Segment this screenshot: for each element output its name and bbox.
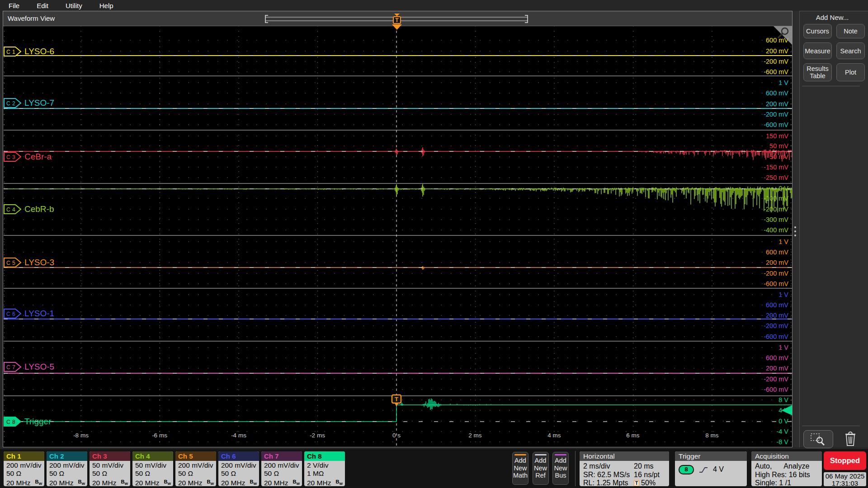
time-axis-label: -8 ms xyxy=(73,432,89,439)
trigger-panel-title: Trigger xyxy=(675,451,747,461)
horizontal-value: 16 ns/pt xyxy=(634,471,665,479)
channel-badge-ch3[interactable]: Ch 350 mV/div50 Ω20 MHzBW xyxy=(90,451,130,486)
waveform-view-tab[interactable]: Waveform View xyxy=(8,14,55,22)
channel-name-c6[interactable]: LYSO-1 xyxy=(24,309,54,318)
time-axis-label: 6 ms xyxy=(626,432,640,439)
trash-icon[interactable] xyxy=(843,431,858,447)
axis-label: 1 V xyxy=(778,291,788,298)
channel-bandwidth: 20 MHz xyxy=(221,479,245,486)
channel-badge-ch2[interactable]: Ch 2200 mV/div50 Ω20 MHzBW xyxy=(47,451,87,486)
trace-c3 xyxy=(4,147,792,162)
zoom-mode-button[interactable] xyxy=(803,430,833,448)
channel-badge-ch8[interactable]: Ch 82 V/div1 MΩ20 MHzBW xyxy=(304,451,345,486)
axis-label: -200 mV xyxy=(764,111,788,118)
channel-name-c2[interactable]: LYSO-7 xyxy=(24,98,54,108)
panel-splitter-handle[interactable] xyxy=(794,224,797,239)
acquisition-analyze: Analyze xyxy=(783,462,809,470)
axis-label: 600 mV xyxy=(766,354,788,361)
axis-label: 200 mV xyxy=(766,100,788,108)
axis-label: -250 mV xyxy=(764,174,788,181)
axis-label: -300 mV xyxy=(764,216,788,223)
channel-impedance: 50 Ω xyxy=(135,469,171,478)
channel-badge-title: Ch 8 xyxy=(304,451,345,461)
channel-scale: 200 mV/div xyxy=(49,461,85,469)
time-axis-label: -4 ms xyxy=(231,432,246,439)
channel-bandwidth: 20 MHz xyxy=(92,479,116,486)
waveform-plot[interactable]: 600 mV200 mV-200 mV-600 mVC 1LYSO-61 V60… xyxy=(4,26,792,446)
axis-label: 8 V xyxy=(778,396,788,404)
add-new-title: Add New... xyxy=(799,14,865,21)
axis-label: 200 mV xyxy=(766,259,788,266)
channel-badge-ch7[interactable]: Ch 7200 mV/div50 Ω20 MHzBW xyxy=(261,451,302,486)
acquisition-panel[interactable]: Acquisition Auto,Analyze High Res: 16 bi… xyxy=(751,451,822,486)
time-axis-label: 8 ms xyxy=(705,432,719,439)
channel-badge-ch5[interactable]: Ch 5200 mV/div50 Ω20 MHzBW xyxy=(175,451,216,486)
acquisition-panel-title: Acquisition xyxy=(751,451,822,461)
add-new-plot-button[interactable]: Plot xyxy=(836,63,865,81)
time-axis-label: 4 ms xyxy=(547,432,561,439)
channel-name-c5[interactable]: LYSO-3 xyxy=(24,258,54,267)
channel-badge-ch4[interactable]: Ch 450 mV/div50 Ω20 MHzBW xyxy=(132,451,173,486)
axis-label: -200 mV xyxy=(764,322,788,329)
axis-label: 150 mV xyxy=(766,132,788,140)
axis-label: 1 V xyxy=(778,238,788,245)
trigger-level-value: 4 V xyxy=(713,465,724,474)
channel-handle-label: C 8 xyxy=(6,419,15,425)
time-axis-label: 0 s xyxy=(392,432,401,439)
channel-bandwidth: 20 MHz xyxy=(135,479,159,486)
add-new-cursors-button[interactable]: Cursors xyxy=(803,24,832,38)
channel-badge-title: Ch 5 xyxy=(175,451,216,461)
channel-name-c7[interactable]: LYSO-5 xyxy=(24,362,54,371)
menu-file[interactable]: File xyxy=(0,2,28,9)
menu-help[interactable]: Help xyxy=(91,2,122,9)
axis-label: 600 mV xyxy=(766,89,788,97)
add-new-ref-button[interactable]: AddNewRef xyxy=(533,452,549,485)
axis-label: 600 mV xyxy=(766,301,788,309)
channel-bandwidth: 20 MHz xyxy=(264,479,288,486)
horizontal-panel[interactable]: Horizontal 2 ms/div20 msSR: 62.5 MS/s16 … xyxy=(580,451,669,486)
trace-c4 xyxy=(4,184,792,212)
channel-name-c4[interactable]: CebR-b xyxy=(24,204,54,214)
channel-name-c8[interactable]: Trigger xyxy=(24,417,52,426)
axis-label: 0 V xyxy=(778,418,788,425)
menu-utility[interactable]: Utility xyxy=(57,2,91,9)
add-new-bus-button[interactable]: AddNewBus xyxy=(552,452,569,485)
add-new-results-table-button[interactable]: Results Table xyxy=(803,63,832,81)
axis-label: -600 mV xyxy=(764,280,788,287)
axis-label: -150 mV xyxy=(764,164,788,171)
axis-label: 50 mV xyxy=(769,142,788,150)
time-axis-label: -6 ms xyxy=(152,432,167,439)
horizontal-value: RL: 1.25 Mpts xyxy=(583,479,634,486)
menu-edit[interactable]: Edit xyxy=(28,2,57,9)
add-new-buttons: CursorsNoteMeasureSearchResults TablePlo… xyxy=(803,24,861,81)
channel-handle-label: C 2 xyxy=(6,100,15,107)
accent-bar xyxy=(535,454,547,455)
run-stop-status-button[interactable]: Stopped xyxy=(824,451,866,470)
time-value: 17:31:03 xyxy=(824,480,866,487)
axis-label: 600 mV xyxy=(766,249,788,256)
channel-name-c3[interactable]: CeBr-a xyxy=(24,152,52,161)
channel-badge-ch1[interactable]: Ch 1200 mV/div50 Ω20 MHzBW xyxy=(4,451,44,486)
axis-label: -100 mV xyxy=(764,195,788,202)
waveform-view-header: Waveform View T xyxy=(3,11,792,26)
channel-impedance: 50 Ω xyxy=(221,469,257,478)
channel-impedance: 50 Ω xyxy=(178,469,214,478)
channel-bandwidth: 20 MHz xyxy=(6,479,30,486)
add-new-measure-button[interactable]: Measure xyxy=(803,42,832,59)
bandwidth-limit-icon: BW xyxy=(250,478,257,486)
channel-impedance: 1 MΩ xyxy=(307,469,343,478)
channel-badge-ch6[interactable]: Ch 6200 mV/div50 Ω20 MHzBW xyxy=(218,451,259,486)
add-new-search-button[interactable]: Search xyxy=(836,42,865,59)
axis-label: -4 V xyxy=(776,428,788,435)
channel-impedance: 50 Ω xyxy=(92,469,128,478)
trigger-panel[interactable]: Trigger 8 4 V xyxy=(675,451,747,486)
add-new-note-button[interactable]: Note xyxy=(836,24,865,38)
date-value: 06 May 2025 xyxy=(824,473,866,480)
axis-label: -600 mV xyxy=(764,333,788,340)
channel-scale: 2 V/div xyxy=(307,461,343,469)
add-new-math-button[interactable]: AddNewMath xyxy=(512,452,528,485)
axis-label: -50 mV xyxy=(767,153,788,160)
bandwidth-limit-icon: BW xyxy=(121,478,128,486)
channel-handle-label: C 4 xyxy=(6,206,15,213)
channel-name-c1[interactable]: LYSO-6 xyxy=(24,47,54,56)
